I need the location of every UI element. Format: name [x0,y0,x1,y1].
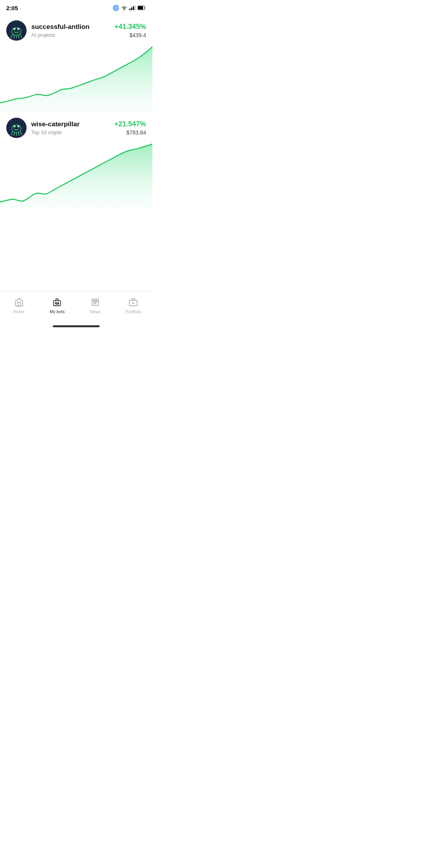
nav-portfolio[interactable]: Portfolio [114,294,153,317]
svg-rect-3 [135,5,136,10]
status-bar: 2:05 🌀 [0,0,152,14]
bot-card-2[interactable]: wise-caterpillar Top 10 crypto +21.547% … [0,111,152,208]
face-id-icon: 🌀 [113,5,119,11]
svg-point-19 [55,302,57,303]
nav-mybots-label: My bots [50,309,65,314]
bot-chart-1 [0,45,152,111]
svg-rect-1 [131,7,132,10]
bot-percent-2: +21.547% [114,120,146,129]
main-content: successful-antlion AI projects +41.345% … [0,14,152,291]
bot-avatar-1 [6,20,27,41]
nav-mybots[interactable]: My bots [38,294,77,317]
bot-value-2: $783.84 [114,129,146,136]
svg-rect-2 [133,6,134,10]
bot-info-1: successful-antlion AI projects [6,20,89,41]
bottom-nav: Home My bots News [0,291,152,322]
battery-icon [138,5,146,10]
bot-text-1: successful-antlion AI projects [31,23,89,38]
status-icons: 🌀 [113,5,146,11]
bot-card-1[interactable]: successful-antlion AI projects +41.345% … [0,14,152,111]
svg-point-20 [58,302,59,303]
svg-point-15 [14,126,15,127]
bot-stats-1: +41.345% $439.4 [114,23,146,38]
svg-rect-5 [138,6,143,9]
nav-news[interactable]: News [76,294,114,317]
bot-chart-2 [0,142,152,208]
bot-header-1: successful-antlion AI projects +41.345% … [0,14,152,45]
svg-point-9 [14,29,15,30]
svg-point-10 [18,29,19,30]
portfolio-icon [128,297,139,308]
mybots-icon [52,297,63,308]
bot-header-2: wise-caterpillar Top 10 crypto +21.547% … [0,111,152,142]
bot-name-1: successful-antlion [31,23,89,31]
svg-rect-0 [129,9,131,10]
bot-subtitle-1: AI projects [31,32,89,38]
bot-value-1: $439.4 [114,32,146,38]
bot-percent-1: +41.345% [114,23,146,31]
news-icon [90,297,101,308]
status-time: 2:05 [6,5,18,11]
signal-icon [129,5,136,10]
nav-portfolio-label: Portfolio [125,309,141,314]
nav-home-label: Home [13,309,25,314]
bot-text-2: wise-caterpillar Top 10 crypto [31,120,80,135]
home-indicator-bar [53,325,100,327]
wifi-icon [121,5,127,10]
nav-home[interactable]: Home [0,294,38,317]
nav-news-label: News [90,309,101,314]
bot-subtitle-2: Top 10 crypto [31,129,80,135]
svg-rect-18 [54,301,61,306]
svg-point-16 [18,126,19,127]
bot-info-2: wise-caterpillar Top 10 crypto [6,118,80,138]
home-icon [14,297,25,308]
bot-avatar-2 [6,118,27,138]
home-indicator [0,322,152,330]
bot-name-2: wise-caterpillar [31,120,80,128]
bot-stats-2: +21.547% $783.84 [114,120,146,136]
